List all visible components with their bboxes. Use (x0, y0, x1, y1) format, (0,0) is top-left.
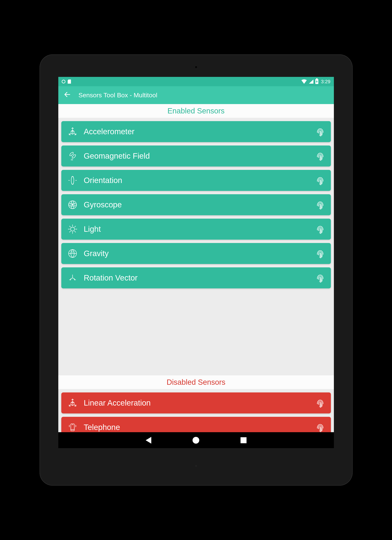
sensor-label: Geomagnetic Field (84, 151, 309, 160)
svg-text:360°: 360° (71, 251, 74, 253)
fingerprint-icon (315, 127, 325, 137)
sensor-label: Telephone (84, 423, 309, 432)
enabled-sensors-header: Enabled Sensors (58, 104, 334, 118)
sensor-label: Light (84, 225, 309, 234)
gravity-icon: 360° (67, 248, 78, 259)
magnet-icon (67, 150, 78, 162)
sensor-card-light[interactable]: Light (61, 219, 331, 240)
tablet-camera (195, 66, 198, 69)
fingerprint-icon (315, 422, 325, 432)
fingerprint-icon (315, 273, 325, 283)
status-bar: 3:29 (58, 77, 334, 86)
battery-charging-icon (315, 79, 318, 84)
fingerprint-icon (315, 248, 325, 259)
scroll-region[interactable]: Enabled Sensors Accelerometer (58, 104, 334, 432)
sensor-card-telephone[interactable]: Telephone (61, 417, 331, 432)
rotation-icon (67, 272, 78, 284)
disabled-sensors-header: Disabled Sensors (58, 375, 334, 389)
arrow-left-icon (64, 91, 71, 98)
content-area[interactable]: Enabled Sensors Accelerometer (58, 104, 334, 432)
sensor-label: Rotation Vector (84, 273, 309, 282)
app-bar: Sensors Tool Box - Multitool (58, 86, 334, 104)
status-time: 3:29 (321, 79, 331, 85)
sensor-card-gyroscope[interactable]: Gyroscope (61, 194, 331, 215)
cell-signal-icon (309, 80, 313, 84)
app-title: Sensors Tool Box - Multitool (79, 91, 158, 99)
fingerprint-icon (315, 224, 325, 234)
sensor-label: Linear Acceleration (84, 398, 309, 407)
nav-recent-button[interactable] (241, 437, 247, 443)
svg-point-5 (72, 204, 73, 205)
sensor-label: Gravity (84, 249, 309, 258)
nav-home-button[interactable] (193, 437, 199, 444)
sd-card-icon (68, 80, 71, 84)
fingerprint-icon (315, 398, 325, 408)
sensor-card-gravity[interactable]: 360° Gravity (61, 243, 331, 264)
accelerometer-icon (67, 126, 78, 137)
sensor-card-orientation[interactable]: Orientation (61, 170, 331, 191)
sensor-card-rotation-vector[interactable]: Rotation Vector (61, 267, 331, 288)
sensor-card-accelerometer[interactable]: Accelerometer (61, 121, 331, 142)
sensor-label: Gyroscope (84, 200, 309, 209)
accelerometer-icon (67, 397, 78, 409)
orientation-icon (67, 175, 78, 186)
navigation-bar (58, 432, 334, 448)
back-button[interactable] (64, 91, 71, 100)
gyroscope-icon (67, 199, 78, 210)
tablet-frame: 3:29 Sensors Tool Box - Multitool Enable… (40, 54, 353, 486)
sensor-label: Accelerometer (84, 127, 309, 136)
svg-point-1 (71, 176, 74, 184)
fingerprint-icon (315, 151, 325, 161)
status-circle-icon (62, 80, 65, 83)
disabled-sensors-block: Disabled Sensors Linear Acceleration (58, 375, 334, 432)
nav-back-button[interactable] (146, 437, 151, 444)
light-icon (67, 224, 78, 235)
wifi-icon (301, 79, 307, 84)
disabled-sensors-list: Linear Acceleration Telephone (58, 389, 334, 432)
device-screen: 3:29 Sensors Tool Box - Multitool Enable… (58, 77, 334, 448)
telephone-icon (67, 422, 78, 432)
tablet-home-indicator (195, 465, 197, 467)
sensor-label: Orientation (84, 176, 309, 185)
svg-point-6 (70, 227, 74, 231)
fingerprint-icon (315, 175, 325, 185)
fingerprint-icon (315, 200, 325, 210)
enabled-sensors-list: Accelerometer Geomagnetic Field (58, 118, 334, 273)
sensor-card-linear-acceleration[interactable]: Linear Acceleration (61, 392, 331, 413)
sensor-card-geomagnetic[interactable]: Geomagnetic Field (61, 145, 331, 166)
